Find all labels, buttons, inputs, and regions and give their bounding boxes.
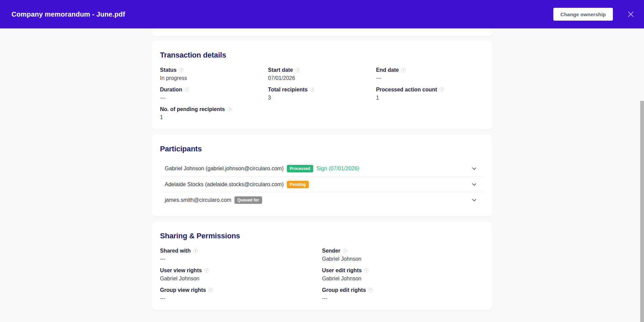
participant-row-gabriel-johnson[interactable]: Gabriel Johnson (gabriel.johnson@circula… — [160, 161, 484, 176]
field-pending-recipients: No. of pending recipients? 1 — [160, 106, 268, 121]
field-group-edit-rights-value: --- — [322, 295, 484, 301]
field-status: Status? In progress — [160, 67, 268, 81]
field-group-edit-rights: Group edit rights? --- — [322, 287, 484, 301]
participant-name: Gabriel Johnson (gabriel.johnson@circula… — [165, 166, 284, 172]
help-icon: ? — [208, 288, 213, 293]
field-user-view-rights: User view rights? Gabriel Johnson — [160, 267, 322, 282]
field-user-edit-rights: User edit rights? Gabriel Johnson — [322, 267, 484, 282]
chevron-down-icon[interactable] — [471, 197, 477, 203]
field-pending-recipients-label: No. of pending recipients — [160, 106, 225, 112]
status-badge-pending: Pending — [287, 181, 309, 188]
field-end-date-value: --- — [376, 75, 484, 81]
field-user-edit-rights-value: Gabriel Johnson — [322, 276, 484, 282]
field-end-date: End date? --- — [376, 67, 484, 81]
field-group-view-rights-label: Group view rights — [160, 287, 206, 293]
help-icon: ? — [439, 87, 444, 92]
help-icon: ? — [295, 68, 300, 72]
field-start-date: Start date? 07/01/2026 — [268, 67, 376, 81]
participants-list: Gabriel Johnson (gabriel.johnson@circula… — [160, 161, 484, 208]
status-badge-processed: Processed — [287, 165, 314, 172]
status-badge-queued: Queued for — [234, 196, 262, 204]
content-area: Transaction details Status? In progress … — [0, 28, 644, 322]
chevron-down-icon[interactable] — [471, 181, 477, 188]
field-shared-with-label: Shared with — [160, 248, 191, 254]
close-icon[interactable] — [627, 10, 635, 18]
field-pending-recipients-value: 1 — [160, 114, 268, 121]
field-processed-action-count-label: Processed action count — [376, 87, 437, 93]
sharing-permissions-grid: Shared with? --- Sender? Gabriel Johnson… — [160, 248, 484, 301]
participant-name: Adelaide Stocks (adelaide.stocks@circula… — [165, 181, 284, 188]
field-duration-value: --- — [160, 95, 268, 101]
field-duration-label: Duration — [160, 87, 182, 93]
field-group-view-rights: Group view rights? --- — [160, 287, 322, 301]
change-ownership-button[interactable]: Change ownership — [553, 8, 613, 21]
transaction-details-grid: Status? In progress Start date? 07/01/20… — [160, 67, 484, 121]
header-bar: Company memorandum - June.pdf Change own… — [0, 0, 644, 28]
field-start-date-label: Start date — [268, 67, 293, 73]
field-status-value: In progress — [160, 75, 268, 81]
field-group-edit-rights-label: Group edit rights — [322, 287, 366, 293]
field-sender-label: Sender — [322, 248, 340, 254]
help-icon: ? — [343, 249, 347, 253]
help-icon: ? — [185, 87, 189, 92]
field-sender: Sender? Gabriel Johnson — [322, 248, 484, 262]
content-column: Transaction details Status? In progress … — [152, 28, 492, 310]
document-title: Company memorandum - June.pdf — [12, 10, 125, 18]
sharing-permissions-card: Sharing & Permissions Shared with? --- S… — [152, 221, 492, 310]
header-actions: Change ownership — [553, 8, 635, 21]
field-start-date-value: 07/01/2026 — [268, 75, 376, 81]
field-total-recipients: Total recipients? 3 — [268, 87, 376, 101]
participants-card: Participants Gabriel Johnson (gabriel.jo… — [152, 134, 492, 216]
field-processed-action-count: Processed action count? 1 — [376, 87, 484, 101]
participants-heading: Participants — [160, 145, 484, 153]
help-icon: ? — [310, 87, 315, 92]
field-shared-with-value: --- — [160, 256, 322, 262]
partial-card-above — [152, 28, 492, 36]
field-status-label: Status — [160, 67, 177, 73]
help-icon: ? — [364, 268, 369, 273]
participant-row-james-smith[interactable]: james.smith@circularo.com Queued for — [160, 192, 484, 208]
field-sender-value: Gabriel Johnson — [322, 256, 484, 262]
chevron-down-icon[interactable] — [471, 166, 477, 172]
transaction-details-card: Transaction details Status? In progress … — [152, 41, 492, 129]
transaction-details-heading: Transaction details — [160, 51, 484, 60]
help-icon: ? — [204, 268, 209, 273]
participant-row-adelaide-stocks[interactable]: Adelaide Stocks (adelaide.stocks@circula… — [160, 176, 484, 192]
field-user-edit-rights-label: User edit rights — [322, 267, 362, 274]
field-processed-action-count-value: 1 — [376, 95, 484, 101]
help-icon: ? — [368, 288, 373, 293]
participant-action: Sign (07/01/2026) — [316, 166, 359, 172]
field-duration: Duration? --- — [160, 87, 268, 101]
field-total-recipients-value: 3 — [268, 95, 376, 101]
help-icon: ? — [401, 68, 406, 72]
field-shared-with: Shared with? --- — [160, 248, 322, 262]
field-group-view-rights-value: --- — [160, 295, 322, 301]
participant-name: james.smith@circularo.com — [165, 197, 231, 203]
field-end-date-label: End date — [376, 67, 399, 73]
field-user-view-rights-label: User view rights — [160, 267, 202, 274]
field-user-view-rights-value: Gabriel Johnson — [160, 276, 322, 282]
help-icon: ? — [179, 68, 184, 72]
help-icon: ? — [227, 107, 232, 112]
field-total-recipients-label: Total recipients — [268, 87, 307, 93]
help-icon: ? — [193, 249, 198, 253]
sharing-permissions-heading: Sharing & Permissions — [160, 232, 484, 240]
vertical-scrollbar-thumb[interactable] — [640, 101, 644, 322]
